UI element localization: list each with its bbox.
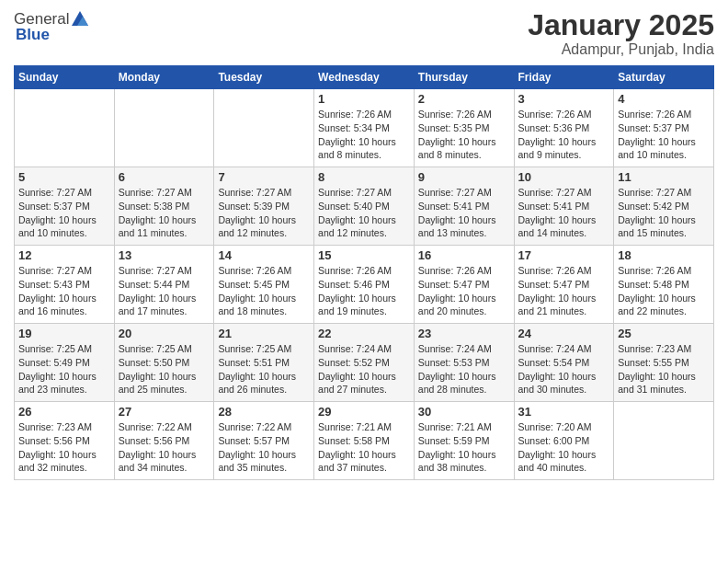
day-number: 28	[218, 405, 310, 419]
day-info: Sunrise: 7:20 AM Sunset: 6:00 PM Dayligh…	[518, 420, 610, 475]
day-number: 23	[418, 327, 510, 340]
calendar-day-cell: 29Sunrise: 7:21 AM Sunset: 5:58 PM Dayli…	[314, 402, 415, 480]
day-info: Sunrise: 7:26 AM Sunset: 5:45 PM Dayligh…	[218, 264, 310, 318]
day-number: 10	[518, 170, 610, 184]
calendar-day-cell: 6Sunrise: 7:27 AM Sunset: 5:38 PM Daylig…	[114, 167, 214, 246]
day-number: 9	[418, 170, 510, 184]
day-number: 21	[218, 327, 310, 340]
weekday-header: Monday	[114, 66, 214, 89]
day-number: 29	[318, 405, 410, 419]
day-number: 17	[518, 248, 610, 262]
calendar-table: SundayMondayTuesdayWednesdayThursdayFrid…	[14, 65, 714, 480]
day-number: 16	[418, 248, 510, 262]
calendar-day-cell: 21Sunrise: 7:25 AM Sunset: 5:51 PM Dayli…	[214, 324, 314, 402]
day-info: Sunrise: 7:25 AM Sunset: 5:50 PM Dayligh…	[119, 342, 210, 396]
weekday-header-row: SundayMondayTuesdayWednesdayThursdayFrid…	[15, 66, 714, 89]
title-block: January 2025 Adampur, Punjab, India	[528, 9, 714, 58]
calendar-day-cell: 19Sunrise: 7:25 AM Sunset: 5:49 PM Dayli…	[15, 324, 115, 402]
day-number: 24	[518, 327, 610, 340]
day-info: Sunrise: 7:26 AM Sunset: 5:37 PM Dayligh…	[618, 108, 710, 162]
calendar-day-cell: 28Sunrise: 7:22 AM Sunset: 5:57 PM Dayli…	[214, 402, 314, 480]
day-info: Sunrise: 7:24 AM Sunset: 5:52 PM Dayligh…	[318, 342, 410, 396]
day-number: 25	[618, 327, 710, 340]
day-info: Sunrise: 7:21 AM Sunset: 5:59 PM Dayligh…	[418, 420, 510, 475]
calendar-day-cell: 30Sunrise: 7:21 AM Sunset: 5:59 PM Dayli…	[414, 402, 514, 480]
calendar-day-cell	[114, 89, 214, 167]
day-info: Sunrise: 7:27 AM Sunset: 5:38 PM Dayligh…	[119, 186, 210, 240]
calendar-day-cell: 11Sunrise: 7:27 AM Sunset: 5:42 PM Dayli…	[614, 167, 714, 246]
calendar-day-cell: 22Sunrise: 7:24 AM Sunset: 5:52 PM Dayli…	[314, 324, 415, 402]
calendar-week-row: 1Sunrise: 7:26 AM Sunset: 5:34 PM Daylig…	[15, 89, 714, 167]
day-number: 12	[18, 248, 110, 262]
calendar-day-cell: 9Sunrise: 7:27 AM Sunset: 5:41 PM Daylig…	[414, 167, 514, 246]
calendar-week-row: 5Sunrise: 7:27 AM Sunset: 5:37 PM Daylig…	[15, 167, 714, 246]
weekday-header: Wednesday	[314, 66, 415, 89]
weekday-header: Friday	[514, 66, 614, 89]
day-number: 15	[318, 248, 410, 262]
calendar-day-cell: 1Sunrise: 7:26 AM Sunset: 5:34 PM Daylig…	[314, 89, 415, 167]
calendar-day-cell: 17Sunrise: 7:26 AM Sunset: 5:47 PM Dayli…	[514, 246, 614, 324]
calendar-day-cell	[15, 89, 115, 167]
calendar-day-cell	[214, 89, 314, 167]
day-number: 2	[418, 92, 510, 106]
day-info: Sunrise: 7:27 AM Sunset: 5:37 PM Dayligh…	[18, 186, 110, 240]
day-info: Sunrise: 7:26 AM Sunset: 5:47 PM Dayligh…	[418, 264, 510, 318]
day-info: Sunrise: 7:22 AM Sunset: 5:57 PM Dayligh…	[218, 420, 310, 475]
day-info: Sunrise: 7:27 AM Sunset: 5:42 PM Dayligh…	[618, 186, 710, 240]
day-number: 22	[318, 327, 410, 340]
calendar-title: January 2025	[528, 9, 714, 41]
weekday-header: Sunday	[15, 66, 115, 89]
calendar-subtitle: Adampur, Punjab, India	[528, 41, 714, 58]
calendar-day-cell: 12Sunrise: 7:27 AM Sunset: 5:43 PM Dayli…	[15, 246, 115, 324]
day-info: Sunrise: 7:26 AM Sunset: 5:35 PM Dayligh…	[418, 108, 510, 162]
calendar-day-cell: 27Sunrise: 7:22 AM Sunset: 5:56 PM Dayli…	[114, 402, 214, 480]
day-number: 18	[618, 248, 710, 262]
day-number: 30	[418, 405, 510, 419]
calendar-day-cell: 16Sunrise: 7:26 AM Sunset: 5:47 PM Dayli…	[414, 246, 514, 324]
day-info: Sunrise: 7:24 AM Sunset: 5:53 PM Dayligh…	[418, 342, 510, 396]
day-info: Sunrise: 7:27 AM Sunset: 5:43 PM Dayligh…	[18, 264, 110, 318]
day-info: Sunrise: 7:26 AM Sunset: 5:47 PM Dayligh…	[518, 264, 610, 318]
calendar-day-cell: 4Sunrise: 7:26 AM Sunset: 5:37 PM Daylig…	[614, 89, 714, 167]
header: General Blue January 2025 Adampur, Punja…	[14, 9, 714, 58]
calendar-week-row: 12Sunrise: 7:27 AM Sunset: 5:43 PM Dayli…	[15, 246, 714, 324]
day-info: Sunrise: 7:26 AM Sunset: 5:48 PM Dayligh…	[618, 264, 710, 318]
day-number: 27	[119, 405, 210, 419]
day-info: Sunrise: 7:26 AM Sunset: 5:36 PM Dayligh…	[518, 108, 610, 162]
calendar-day-cell: 20Sunrise: 7:25 AM Sunset: 5:50 PM Dayli…	[114, 324, 214, 402]
day-number: 6	[119, 170, 210, 184]
weekday-header: Thursday	[414, 66, 514, 89]
day-number: 26	[18, 405, 110, 419]
day-info: Sunrise: 7:27 AM Sunset: 5:40 PM Dayligh…	[318, 186, 410, 240]
calendar-week-row: 19Sunrise: 7:25 AM Sunset: 5:49 PM Dayli…	[15, 324, 714, 402]
calendar-day-cell: 25Sunrise: 7:23 AM Sunset: 5:55 PM Dayli…	[614, 324, 714, 402]
day-number: 1	[318, 92, 410, 106]
day-info: Sunrise: 7:27 AM Sunset: 5:39 PM Dayligh…	[218, 186, 310, 240]
day-number: 19	[18, 327, 110, 340]
day-info: Sunrise: 7:27 AM Sunset: 5:44 PM Dayligh…	[119, 264, 210, 318]
main-container: General Blue January 2025 Adampur, Punja…	[0, 0, 728, 489]
weekday-header: Tuesday	[214, 66, 314, 89]
calendar-day-cell: 3Sunrise: 7:26 AM Sunset: 5:36 PM Daylig…	[514, 89, 614, 167]
calendar-day-cell: 18Sunrise: 7:26 AM Sunset: 5:48 PM Dayli…	[614, 246, 714, 324]
calendar-day-cell: 23Sunrise: 7:24 AM Sunset: 5:53 PM Dayli…	[414, 324, 514, 402]
calendar-week-row: 26Sunrise: 7:23 AM Sunset: 5:56 PM Dayli…	[15, 402, 714, 480]
day-number: 3	[518, 92, 610, 106]
day-info: Sunrise: 7:25 AM Sunset: 5:49 PM Dayligh…	[18, 342, 110, 396]
calendar-day-cell: 26Sunrise: 7:23 AM Sunset: 5:56 PM Dayli…	[15, 402, 115, 480]
day-number: 11	[618, 170, 710, 184]
day-number: 8	[318, 170, 410, 184]
day-number: 4	[618, 92, 710, 106]
day-info: Sunrise: 7:26 AM Sunset: 5:34 PM Dayligh…	[318, 108, 410, 162]
day-info: Sunrise: 7:25 AM Sunset: 5:51 PM Dayligh…	[218, 342, 310, 396]
calendar-day-cell: 5Sunrise: 7:27 AM Sunset: 5:37 PM Daylig…	[15, 167, 115, 246]
calendar-day-cell	[614, 402, 714, 480]
day-number: 31	[518, 405, 610, 419]
day-number: 7	[218, 170, 310, 184]
day-info: Sunrise: 7:27 AM Sunset: 5:41 PM Dayligh…	[418, 186, 510, 240]
calendar-day-cell: 7Sunrise: 7:27 AM Sunset: 5:39 PM Daylig…	[214, 167, 314, 246]
calendar-day-cell: 2Sunrise: 7:26 AM Sunset: 5:35 PM Daylig…	[414, 89, 514, 167]
day-number: 5	[18, 170, 110, 184]
calendar-day-cell: 24Sunrise: 7:24 AM Sunset: 5:54 PM Dayli…	[514, 324, 614, 402]
calendar-day-cell: 31Sunrise: 7:20 AM Sunset: 6:00 PM Dayli…	[514, 402, 614, 480]
